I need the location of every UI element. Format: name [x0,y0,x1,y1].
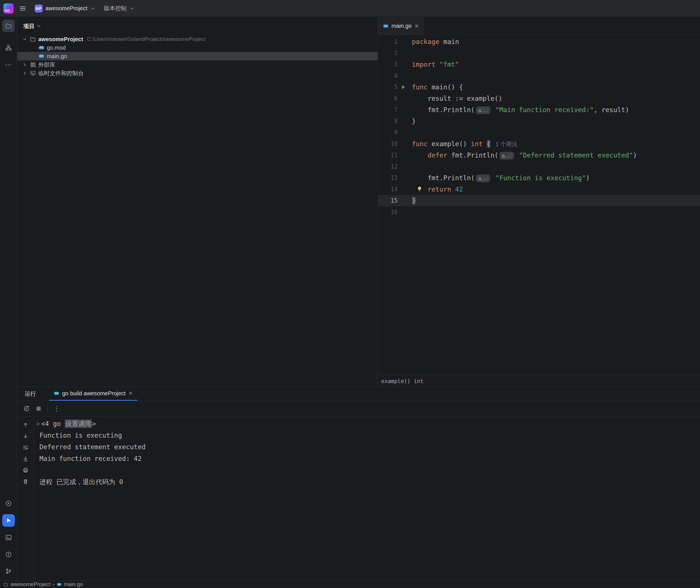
chevron-right-icon[interactable] [21,71,28,76]
more-tool-windows-button[interactable]: ⋯ [2,58,15,71]
chevron-down-icon [36,24,41,29]
tree-item[interactable]: awesomeProjectC:\Users\meowr\GolandProje… [17,35,378,43]
stop-button[interactable] [33,403,44,414]
print-button[interactable] [21,465,30,475]
run-tool-button[interactable] [2,514,15,527]
line-number: 7 [378,104,398,115]
code-line-5[interactable]: 5func main() { [378,81,700,93]
line-number: 2 [378,47,398,59]
code-line-10[interactable]: 10func example() int {1 个用法 [378,138,700,150]
services-icon [5,500,12,507]
hamburger-icon [19,5,26,12]
code-line-11[interactable]: 11 defer fmt.Println(a…: "Deferred state… [378,150,700,161]
status-bar: awesomeProject › main.go [0,580,700,588]
code-line-7[interactable]: 7 fmt.Println(a…: "Main function receive… [378,104,700,115]
tree-item[interactable]: 外部库 [17,60,378,69]
code-line-3[interactable]: 3import "fmt" [378,59,700,70]
run-tab-label: go build awesomeProject [62,390,125,397]
clear-console-button[interactable] [21,477,30,486]
editor-pane: main.go ✕ 1package main23import "fmt"45f… [378,17,700,387]
line-number: 8 [378,115,398,127]
git-branch-icon [5,568,12,575]
structure-icon [5,44,12,51]
code-line-16[interactable]: 16 [378,206,700,218]
version-control-tool-button[interactable] [2,565,15,577]
lightbulb-icon[interactable] [416,186,423,192]
print-icon [22,467,29,473]
code-editor[interactable]: 1package main23import "fmt"45func main()… [378,35,700,218]
main-toolbar: GO AP awesomeProject 版本控制 [0,0,700,17]
project-panel-header[interactable]: 项目 [17,17,378,35]
console-line: 进程 已完成，退出代码为 0 [39,476,700,488]
tree-item[interactable]: main.go [17,52,378,60]
code-line-4[interactable]: 4 [378,70,700,81]
line-number: 9 [378,127,398,138]
run-console[interactable]: ><4 go 设置调用>Function is executingDeferre… [34,417,700,580]
code-line-14[interactable]: 14 return 42 [378,184,700,195]
project-widget[interactable]: AP awesomeProject [32,2,98,15]
structure-tool-button[interactable] [2,41,15,54]
line-number: 13 [378,172,398,184]
code-line-12[interactable]: 12 [378,161,700,172]
project-avatar: AP [35,5,43,12]
rerun-button[interactable] [21,403,32,414]
breadcrumb-separator: › [53,581,54,587]
code-line-2[interactable]: 2 [378,47,700,59]
line-number: 12 [378,161,398,172]
close-icon[interactable]: ✕ [128,390,133,396]
fold-expander-icon[interactable]: > [36,418,41,430]
more-options-button[interactable]: ⋮ [51,403,62,414]
vcs-widget[interactable]: 版本控制 [101,2,137,15]
hamburger-menu-button[interactable] [16,2,29,15]
scroll-to-end-button[interactable] [21,454,30,464]
code-line-6[interactable]: 6 result := example() [378,93,700,104]
chevron-down-icon[interactable] [21,37,28,42]
goland-logo-icon: GO [3,3,14,14]
project-tool-window: 项目 awesomeProjectC:\Users\meowr\GolandPr… [17,17,378,387]
line-number: 5 [378,81,398,93]
line-number: 3 [378,59,398,70]
editor-tab-bar: main.go ✕ [378,17,700,35]
trash-icon [22,478,29,485]
soft-wrap-button[interactable] [21,443,30,452]
services-tool-button[interactable] [2,497,15,510]
line-number: 15 [378,195,398,206]
fold-highlight[interactable]: 设置调用 [65,419,92,428]
tree-item[interactable]: 临时文件和控制台 [17,69,378,77]
close-icon[interactable]: ✕ [414,23,419,29]
line-number: 10 [378,138,398,150]
run-tab-bar: 运行 go build awesomeProject ✕ [17,387,700,401]
tree-item[interactable]: go.mod [17,43,378,52]
code-line-13[interactable]: 13 fmt.Println(a…: "Function is executin… [378,172,700,184]
breadcrumb-project[interactable]: awesomeProject [11,581,50,587]
folder-icon [5,22,12,29]
code-line-8[interactable]: 8} [378,115,700,127]
rerun-icon [23,405,30,412]
arrow-up-icon [22,422,29,428]
console-line: Function is executing [39,430,700,441]
tool-window-stripe: ⋯ [0,17,17,580]
console-line: Deferred statement executed [39,441,700,453]
prev-occurrence-button[interactable] [21,420,30,430]
chevron-right-icon[interactable] [21,62,28,67]
code-line-15[interactable]: 15} [378,195,700,206]
project-tool-button[interactable] [2,20,15,32]
next-occurrence-button[interactable] [21,431,30,441]
run-line-icon[interactable] [401,84,406,90]
go-file-icon [38,45,45,51]
code-line-1[interactable]: 1package main [378,36,700,47]
terminal-tool-button[interactable] [2,531,15,544]
line-number: 6 [378,93,398,104]
problems-tool-button[interactable] [2,548,15,561]
editor-tab-main-go[interactable]: main.go ✕ [378,17,424,35]
soft-wrap-icon [22,444,29,451]
breadcrumb-file[interactable]: main.go [64,581,83,587]
run-tab-go-build[interactable]: go build awesomeProject ✕ [49,387,137,401]
code-line-9[interactable]: 9 [378,127,700,138]
go-file-icon [383,23,389,29]
project-path: C:\Users\meowr\GolandProjects\awesomePro… [87,36,206,42]
arrow-down-icon [22,433,29,439]
go-file-icon [54,390,59,396]
scratch-icon [30,70,36,76]
scroll-to-end-icon [22,456,29,462]
